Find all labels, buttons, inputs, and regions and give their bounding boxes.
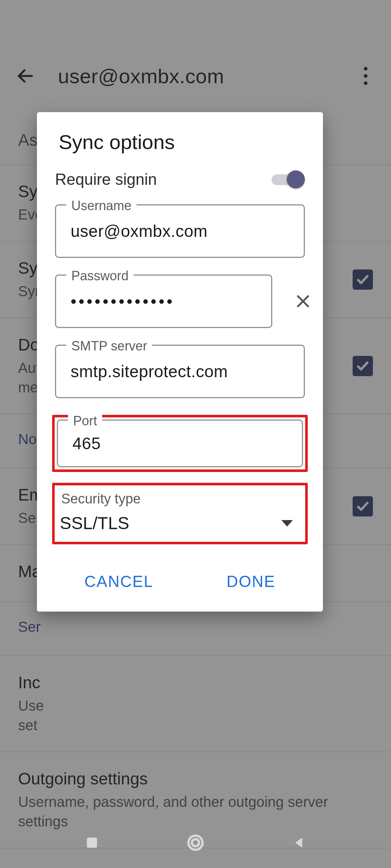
port-highlight-box: Port [52,415,308,472]
require-signin-label: Require signin [55,170,157,188]
nav-home-icon[interactable] [184,831,207,854]
password-input[interactable]: ••••••••••••• [71,292,257,311]
security-type-value: SSL/TLS [60,513,129,533]
username-field[interactable]: Username [55,204,305,258]
smtp-field-wrap: SMTP server [37,345,323,398]
smtp-server-field[interactable]: SMTP server [55,345,305,398]
cancel-button[interactable]: CANCEL [70,566,168,597]
security-highlight-box: Security type SSL/TLS [52,483,308,544]
smtp-label: SMTP server [66,339,152,354]
dialog-title: Sync options [37,130,323,167]
port-label: Port [68,413,102,429]
nav-back-icon[interactable] [287,831,311,854]
port-field[interactable]: Port [57,420,303,467]
password-label: Password [66,268,134,284]
port-input[interactable] [72,434,287,453]
smtp-input[interactable] [71,362,289,381]
password-field-wrap: Password ••••••••••••• [37,275,323,328]
svg-rect-3 [87,838,97,848]
dropdown-caret-icon [281,520,293,527]
android-nav-bar [0,817,391,868]
require-signin-switch[interactable] [272,170,305,188]
security-type-field[interactable]: Security type SSL/TLS [57,488,303,540]
nav-recent-icon[interactable] [80,831,104,854]
clear-password-icon[interactable] [290,289,316,314]
done-button[interactable]: DONE [212,566,290,597]
svg-point-5 [192,839,199,846]
dialog-actions: CANCEL DONE [37,555,323,601]
security-type-label: Security type [60,491,300,513]
username-input[interactable] [71,221,289,241]
sync-options-dialog: Sync options Require signin Username Pas… [37,112,323,612]
username-label: Username [66,198,136,213]
username-field-wrap: Username [37,204,323,258]
password-field[interactable]: Password ••••••••••••• [55,275,272,328]
svg-point-4 [189,836,203,850]
